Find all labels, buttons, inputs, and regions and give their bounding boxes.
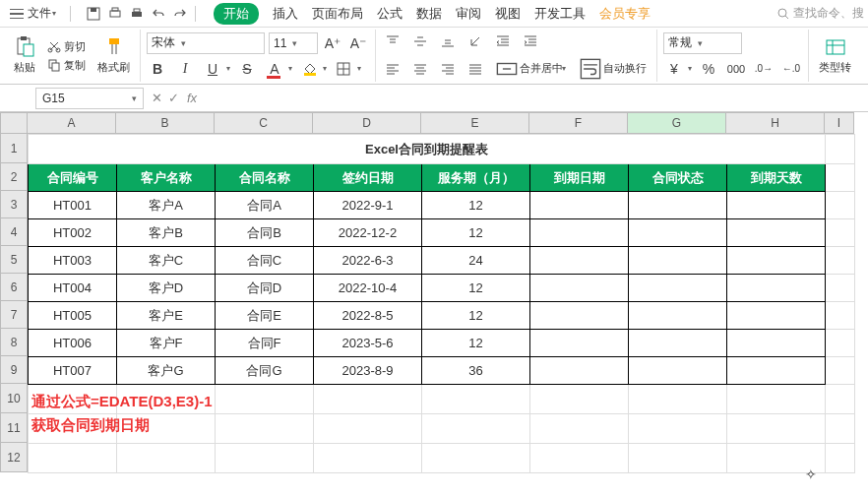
cell[interactable]	[314, 385, 422, 414]
cell[interactable]	[422, 414, 530, 444]
cell[interactable]	[826, 385, 855, 414]
tab-member[interactable]: 会员专享	[599, 5, 651, 23]
cell[interactable]	[117, 444, 216, 473]
cell[interactable]: 合同A	[216, 192, 314, 219]
justify-icon[interactable]	[465, 58, 486, 80]
tab-review[interactable]: 审阅	[456, 5, 481, 23]
tab-insert[interactable]: 插入	[273, 5, 298, 23]
accept-icon[interactable]: ✓	[168, 91, 179, 105]
percent-icon[interactable]: %	[698, 58, 719, 80]
cell[interactable]: 到期日期	[530, 164, 629, 192]
align-center-icon[interactable]	[409, 58, 431, 80]
row-header-1[interactable]: 1	[0, 134, 28, 163]
cell[interactable]	[117, 385, 216, 414]
cut-button[interactable]: 剪切	[45, 38, 88, 55]
tab-layout[interactable]: 页面布局	[312, 5, 363, 23]
tab-dev[interactable]: 开发工具	[534, 5, 586, 23]
cell[interactable]	[826, 357, 855, 385]
cell[interactable]: 合同名称	[216, 164, 314, 192]
cell[interactable]: 2022-9-1	[314, 192, 422, 219]
font-color-button[interactable]: A	[264, 58, 285, 80]
cell[interactable]: HT006	[29, 330, 117, 357]
italic-button[interactable]: I	[174, 58, 196, 80]
row-header-6[interactable]: 6	[0, 274, 28, 301]
dec-decimal-icon[interactable]: ←.0	[780, 58, 802, 80]
cell[interactable]	[826, 444, 855, 473]
cell[interactable]	[314, 444, 422, 473]
cell[interactable]	[629, 219, 727, 247]
cell[interactable]	[216, 444, 314, 473]
cell[interactable]: 2022-6-3	[314, 247, 422, 275]
fx-icon[interactable]: fx	[187, 91, 197, 105]
cell[interactable]	[29, 444, 117, 473]
save-icon[interactable]	[87, 7, 100, 21]
cell[interactable]: 合同E	[216, 302, 314, 330]
underline-button[interactable]: U	[202, 58, 223, 80]
cell[interactable]: 12	[422, 330, 530, 357]
cell[interactable]: 2022-10-4	[314, 275, 422, 302]
redo-icon[interactable]	[173, 7, 187, 21]
row-header-2[interactable]: 2	[0, 163, 28, 191]
cell[interactable]	[826, 330, 855, 357]
cell[interactable]	[727, 247, 826, 275]
border-button[interactable]	[333, 58, 354, 80]
cell[interactable]	[727, 275, 826, 302]
cancel-icon[interactable]: ✕	[152, 91, 162, 105]
cell[interactable]: HT001	[29, 192, 117, 219]
cell[interactable]	[530, 302, 629, 330]
column-header-E[interactable]: E	[421, 112, 529, 134]
cell[interactable]: 服务期（月）	[422, 164, 530, 192]
comma-icon[interactable]: 000	[725, 58, 747, 80]
cell[interactable]: HT004	[29, 275, 117, 302]
title-cell[interactable]: Excel合同到期提醒表	[29, 135, 826, 164]
cell[interactable]	[727, 302, 826, 330]
column-header-D[interactable]: D	[313, 112, 421, 134]
cell[interactable]: 客户B	[117, 219, 216, 247]
strike-button[interactable]: S	[236, 58, 258, 80]
orientation-icon[interactable]	[465, 31, 486, 52]
cell[interactable]: HT003	[29, 247, 117, 275]
cell[interactable]: 12	[422, 275, 530, 302]
cell[interactable]	[727, 192, 826, 219]
column-header-C[interactable]: C	[215, 112, 313, 134]
cell[interactable]	[530, 330, 629, 357]
indent-dec-icon[interactable]	[492, 31, 514, 52]
cell[interactable]	[826, 219, 855, 247]
cell[interactable]	[29, 385, 117, 414]
print-icon[interactable]	[130, 7, 144, 21]
cell[interactable]	[629, 444, 727, 473]
align-middle-icon[interactable]	[409, 31, 431, 52]
cell[interactable]	[826, 302, 855, 330]
cell[interactable]: 合同D	[216, 275, 314, 302]
cell[interactable]	[826, 164, 855, 192]
align-top-icon[interactable]	[382, 31, 403, 52]
font-family-combo[interactable]: 宋体▾	[147, 32, 265, 54]
cell[interactable]	[727, 414, 826, 444]
cell[interactable]: 2022-8-5	[314, 302, 422, 330]
cell[interactable]: 36	[422, 357, 530, 385]
cell[interactable]	[629, 247, 727, 275]
cell[interactable]: 2023-5-6	[314, 330, 422, 357]
cell[interactable]	[629, 414, 727, 444]
tab-view[interactable]: 视图	[495, 5, 521, 23]
file-menu[interactable]: 文件 ▾	[4, 3, 62, 24]
cell[interactable]	[314, 414, 422, 444]
cell[interactable]: 12	[422, 192, 530, 219]
undo-icon[interactable]	[152, 7, 165, 21]
row-header-11[interactable]: 11	[0, 413, 28, 443]
cell[interactable]: 客户A	[117, 192, 216, 219]
cell[interactable]	[629, 357, 727, 385]
cell[interactable]: 合同G	[216, 357, 314, 385]
column-header-I[interactable]: I	[825, 112, 854, 134]
cell[interactable]	[530, 444, 629, 473]
cell[interactable]	[727, 357, 826, 385]
number-format-combo[interactable]: 常规▾	[663, 32, 742, 54]
fill-color-button[interactable]	[298, 58, 320, 80]
cell[interactable]: 合同编号	[29, 164, 117, 192]
cell[interactable]	[530, 357, 629, 385]
decrease-font-icon[interactable]: A⁻	[347, 32, 369, 54]
align-bottom-icon[interactable]	[437, 31, 459, 52]
font-size-combo[interactable]: 11▾	[269, 32, 318, 54]
row-header-12[interactable]: 12	[0, 443, 28, 472]
cell[interactable]: 合同B	[216, 219, 314, 247]
